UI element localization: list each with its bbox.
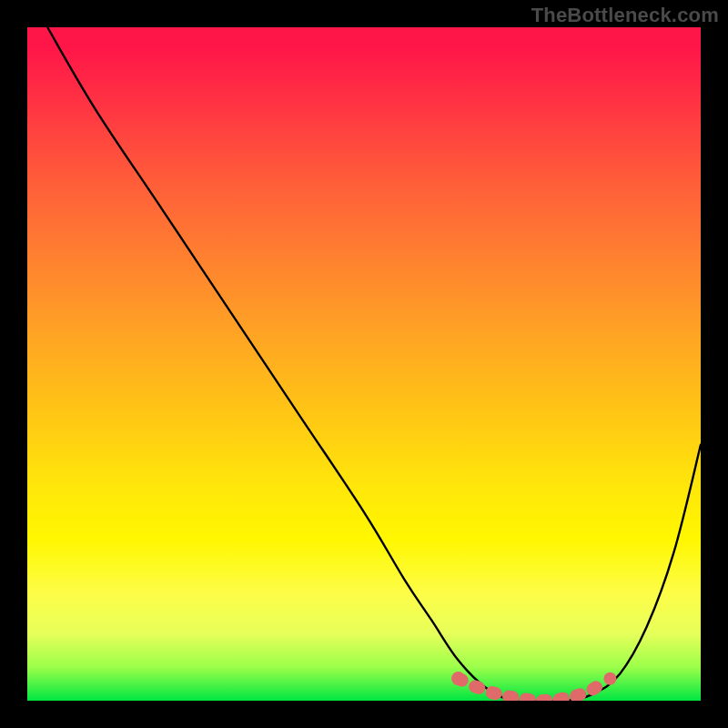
watermark-text: TheBottleneck.com — [531, 4, 719, 27]
plot-area — [27, 27, 701, 701]
svg-line-6 — [560, 699, 563, 700]
optimal-range-markers — [27, 27, 701, 701]
svg-point-10 — [451, 672, 465, 685]
svg-line-2 — [492, 693, 496, 693]
svg-line-7 — [576, 694, 580, 696]
svg-line-8 — [593, 687, 596, 689]
svg-line-1 — [475, 686, 479, 687]
svg-line-3 — [509, 697, 512, 698]
svg-point-9 — [603, 672, 616, 685]
chart-frame: TheBottleneck.com — [0, 0, 728, 728]
